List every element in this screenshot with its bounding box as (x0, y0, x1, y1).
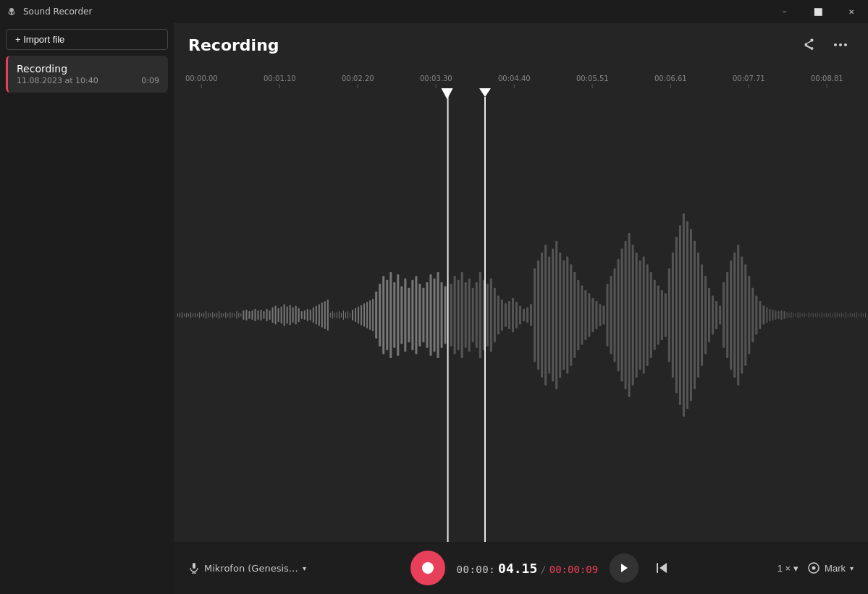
skip-start-icon (655, 562, 668, 574)
svg-rect-124 (526, 307, 528, 323)
svg-rect-108 (468, 279, 471, 352)
svg-rect-65 (330, 313, 331, 317)
svg-rect-164 (672, 253, 674, 378)
svg-rect-94 (415, 276, 417, 354)
svg-rect-145 (602, 306, 604, 325)
svg-rect-200 (793, 313, 794, 317)
svg-rect-167 (683, 213, 685, 417)
svg-rect-148 (614, 268, 616, 362)
svg-rect-151 (625, 241, 627, 389)
svg-rect-49 (284, 304, 285, 326)
waveform-area[interactable] (174, 88, 868, 542)
record-dot-icon (422, 562, 434, 574)
svg-rect-32 (236, 311, 237, 319)
svg-rect-37 (248, 311, 250, 319)
svg-rect-140 (584, 290, 586, 340)
speed-selector[interactable]: 1 × ▾ (778, 563, 799, 574)
timeline-marker-3: 00:03.30 (420, 75, 452, 88)
svg-rect-66 (332, 311, 333, 319)
svg-rect-227 (852, 313, 853, 316)
svg-rect-77 (358, 307, 359, 324)
svg-rect-83 (375, 292, 377, 339)
svg-rect-213 (822, 312, 822, 318)
play-button[interactable] (610, 553, 639, 582)
share-button[interactable] (796, 32, 822, 58)
svg-rect-30 (232, 313, 232, 317)
svg-rect-201 (796, 313, 796, 316)
svg-rect-41 (260, 310, 261, 321)
share-icon (802, 38, 815, 51)
svg-rect-219 (835, 312, 835, 318)
svg-rect-75 (352, 310, 353, 321)
svg-rect-143 (595, 301, 597, 329)
svg-rect-180 (730, 260, 732, 370)
svg-marker-235 (442, 88, 453, 99)
sidebar: + Import file Recording 11.08.2023 at 10… (0, 23, 174, 594)
svg-rect-147 (610, 276, 612, 354)
more-options-button[interactable] (827, 32, 854, 58)
svg-rect-12 (193, 313, 193, 316)
svg-point-3 (839, 43, 842, 46)
time-display: 00:00:04.15 / 00:00:09 (457, 561, 599, 576)
svg-rect-206 (806, 313, 807, 316)
maximize-button[interactable]: ⬜ (801, 0, 835, 23)
svg-rect-89 (397, 274, 399, 355)
mark-button[interactable]: Mark ▾ (807, 561, 854, 574)
timeline-marker-7: 00:07.71 (733, 75, 765, 88)
svg-rect-54 (298, 308, 300, 322)
svg-rect-239 (657, 563, 658, 573)
svg-rect-56 (304, 310, 306, 320)
import-file-button[interactable]: + Import file (6, 29, 168, 50)
mic-icon (188, 562, 200, 574)
svg-rect-209 (813, 313, 814, 317)
svg-rect-177 (719, 306, 721, 325)
waveform-container[interactable]: 00:00.00 00:01.10 00:02.20 00:03.30 00:0… (174, 67, 868, 542)
svg-rect-59 (313, 307, 314, 323)
page-title: Recording (188, 36, 279, 54)
titlebar: Sound Recorder − ⬜ ✕ (0, 0, 868, 23)
svg-rect-14 (197, 313, 198, 316)
svg-rect-115 (494, 288, 496, 343)
header-actions (796, 32, 854, 58)
svg-rect-26 (223, 313, 224, 316)
svg-rect-211 (817, 313, 818, 317)
svg-rect-129 (544, 245, 547, 386)
skip-to-start-button[interactable] (650, 556, 673, 580)
svg-rect-152 (628, 233, 631, 397)
svg-rect-51 (290, 305, 291, 325)
svg-rect-203 (800, 313, 801, 317)
recording-list-item[interactable]: Recording 11.08.2023 at 10:40 0:09 (6, 56, 168, 93)
play-icon (620, 563, 628, 573)
svg-rect-84 (379, 284, 381, 346)
svg-rect-174 (708, 288, 710, 343)
mic-selector[interactable]: Mikrofon (Genesis Ra... ▾ (188, 562, 306, 574)
record-button[interactable] (410, 551, 445, 585)
svg-rect-100 (437, 272, 439, 358)
svg-rect-92 (408, 288, 410, 343)
svg-rect-169 (690, 229, 692, 402)
svg-rect-170 (694, 241, 696, 389)
bottom-bar: Mikrofon (Genesis Ra... ▾ 00:00:04.15 / … (174, 542, 868, 594)
svg-point-2 (834, 43, 837, 46)
svg-rect-72 (345, 312, 346, 318)
svg-rect-13 (195, 313, 195, 317)
svg-point-241 (812, 567, 816, 570)
svg-rect-112 (483, 280, 485, 350)
more-icon (834, 43, 847, 46)
svg-rect-142 (591, 298, 594, 333)
svg-rect-181 (733, 253, 736, 378)
minimize-button[interactable]: − (768, 0, 801, 23)
svg-rect-122 (519, 306, 521, 325)
svg-rect-31 (234, 313, 235, 316)
svg-rect-29 (229, 312, 230, 318)
svg-rect-193 (775, 310, 776, 320)
svg-rect-136 (570, 264, 572, 366)
svg-rect-10 (188, 313, 189, 316)
svg-rect-195 (780, 310, 782, 320)
total-time: 00:00:09 (549, 564, 598, 575)
content-header: Recording (174, 23, 868, 67)
svg-rect-225 (848, 313, 848, 316)
svg-rect-191 (769, 309, 770, 321)
close-button[interactable]: ✕ (835, 0, 868, 23)
svg-rect-154 (636, 253, 638, 378)
